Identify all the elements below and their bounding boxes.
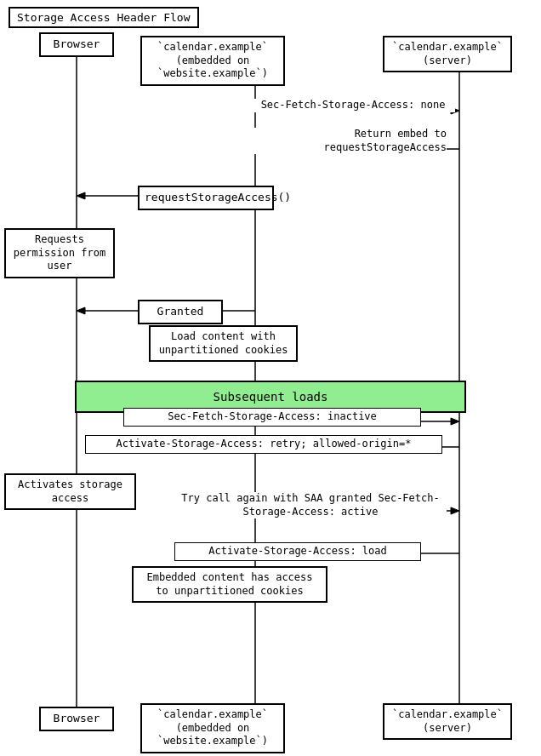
title-box: Storage Access Header Flow xyxy=(9,7,199,28)
request-storage-box: requestStorageAccess() xyxy=(138,186,274,210)
browser-top-box: Browser xyxy=(39,32,114,57)
svg-marker-18 xyxy=(451,507,459,514)
browser-bottom-box: Browser xyxy=(39,707,114,731)
try-call-again-label: Try call again with SAA granted Sec-Fetc… xyxy=(174,492,447,518)
arrows-svg xyxy=(0,0,541,756)
svg-marker-11 xyxy=(77,307,85,314)
embedded-content-box: Embedded content has access to unpartiti… xyxy=(132,566,327,603)
activate-retry-label: Activate-Storage-Access: retry; allowed-… xyxy=(85,435,442,454)
sec-fetch-none-label: Sec-Fetch-Storage-Access: none xyxy=(251,99,455,112)
server-bottom-box: `calendar.example` (server) xyxy=(383,703,512,740)
embed-bottom-box: `calendar.example` (embedded on `website… xyxy=(140,703,285,753)
sec-fetch-inactive-label: Sec-Fetch-Storage-Access: inactive xyxy=(123,408,421,427)
diagram: Storage Access Header Flow Browser `cale… xyxy=(0,0,541,756)
svg-marker-8 xyxy=(77,192,85,199)
svg-marker-13 xyxy=(451,418,459,425)
activates-storage-box: Activates storage access xyxy=(4,473,136,510)
requests-permission-box: Requests permission from user xyxy=(4,228,115,278)
granted-box: Granted xyxy=(138,300,223,324)
activate-load-label: Activate-Storage-Access: load xyxy=(174,542,421,561)
load-content-box: Load content with unpartitioned cookies xyxy=(149,325,298,362)
server-top-box: `calendar.example` (server) xyxy=(383,36,512,72)
embed-top-box: `calendar.example` (embedded on `website… xyxy=(140,36,285,86)
return-embed-label: Return embed to requestStorageAccess xyxy=(251,128,447,154)
